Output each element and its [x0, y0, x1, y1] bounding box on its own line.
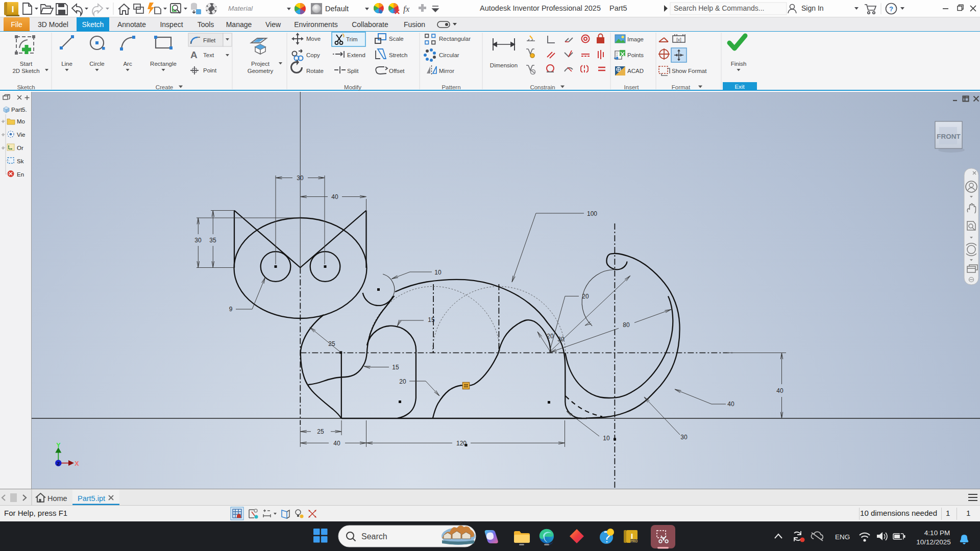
- svg-text:Z: Z: [57, 461, 60, 466]
- svg-text:fx: fx: [403, 4, 410, 14]
- svg-text:Points: Points: [627, 52, 644, 58]
- svg-text:?: ?: [889, 5, 893, 13]
- svg-text:Extend: Extend: [347, 52, 365, 58]
- svg-text:30: 30: [194, 237, 202, 244]
- svg-text:Geometry: Geometry: [248, 68, 274, 74]
- svg-text:Point: Point: [203, 67, 217, 73]
- svg-text:20: 20: [399, 378, 406, 385]
- svg-text:25: 25: [328, 340, 335, 347]
- svg-text:Material: Material: [228, 5, 253, 12]
- svg-text:15: 15: [428, 316, 435, 323]
- svg-text:Circle: Circle: [89, 61, 104, 67]
- svg-text:Project: Project: [251, 61, 270, 67]
- svg-text:Constrain: Constrain: [530, 84, 555, 90]
- svg-text:10: 10: [603, 435, 610, 442]
- svg-text:Sketch: Sketch: [17, 84, 35, 90]
- svg-text:40: 40: [333, 440, 340, 447]
- svg-text:Search Help & Commands...: Search Help & Commands...: [674, 4, 764, 12]
- svg-text:Dimension: Dimension: [490, 62, 518, 68]
- svg-text:20: 20: [582, 293, 589, 300]
- svg-text:120: 120: [456, 440, 467, 447]
- svg-text:40: 40: [776, 387, 783, 394]
- svg-text:Default: Default: [325, 5, 349, 13]
- svg-text:Exit: Exit: [734, 84, 745, 90]
- svg-text:En: En: [17, 171, 24, 178]
- svg-text:Part5.: Part5.: [11, 107, 27, 113]
- svg-text:Arc: Arc: [123, 61, 132, 67]
- svg-text:10/12/2025: 10/12/2025: [916, 538, 951, 546]
- svg-text:[x]: [x]: [676, 37, 681, 42]
- svg-text:Scale: Scale: [389, 36, 404, 42]
- svg-text:Create: Create: [156, 84, 174, 90]
- svg-text:ENG: ENG: [835, 533, 850, 541]
- svg-text:Modify: Modify: [344, 84, 361, 90]
- svg-text:Split: Split: [347, 68, 359, 74]
- svg-text:Offset: Offset: [389, 68, 405, 74]
- svg-text:Start: Start: [20, 61, 33, 67]
- svg-text:Fillet: Fillet: [203, 37, 216, 43]
- svg-text:Mirror: Mirror: [439, 68, 454, 74]
- svg-text:35: 35: [209, 237, 216, 244]
- svg-text:Pattern: Pattern: [442, 84, 460, 90]
- svg-text:Finish: Finish: [731, 61, 747, 67]
- svg-text:Copy: Copy: [306, 52, 320, 58]
- svg-text:Circular: Circular: [439, 52, 459, 58]
- svg-text:Y: Y: [56, 442, 61, 449]
- svg-text:X: X: [75, 460, 79, 467]
- svg-text:Autodesk Inventor Professional: Autodesk Inventor Professional 2025: [480, 4, 601, 12]
- svg-text:FRONT: FRONT: [937, 133, 961, 140]
- svg-text:Insert: Insert: [624, 84, 640, 90]
- svg-text:Trim: Trim: [346, 36, 358, 42]
- svg-text:A: A: [190, 49, 198, 60]
- svg-text:20: 20: [547, 333, 554, 340]
- svg-text:40: 40: [331, 193, 338, 201]
- svg-text:80: 80: [623, 321, 630, 329]
- svg-text:Line: Line: [61, 61, 72, 67]
- svg-text:Text: Text: [203, 52, 214, 58]
- svg-text:15: 15: [392, 364, 399, 371]
- svg-text:40: 40: [727, 400, 734, 408]
- svg-text:Stretch: Stretch: [389, 52, 407, 58]
- svg-text:Show Format: Show Format: [672, 68, 707, 74]
- svg-text:Sk: Sk: [17, 158, 24, 164]
- svg-text:2D Sketch: 2D Sketch: [12, 68, 39, 74]
- svg-text:Part5: Part5: [609, 4, 627, 12]
- svg-text:I: I: [12, 5, 14, 14]
- svg-text:30: 30: [557, 336, 565, 343]
- svg-text:Sign In: Sign In: [801, 4, 824, 12]
- svg-text:10: 10: [434, 269, 442, 276]
- svg-text:100: 100: [587, 210, 597, 217]
- svg-text:Rectangular: Rectangular: [439, 36, 471, 42]
- svg-text:Format: Format: [672, 84, 691, 90]
- svg-text:PRO: PRO: [630, 539, 638, 543]
- svg-text:30: 30: [297, 174, 304, 182]
- svg-text:Image: Image: [627, 36, 644, 42]
- svg-text:Rectangle: Rectangle: [150, 61, 177, 67]
- svg-text:9: 9: [229, 306, 233, 313]
- svg-text:Search: Search: [361, 532, 387, 541]
- svg-text:Vie: Vie: [17, 132, 25, 138]
- svg-text:Or: Or: [17, 145, 23, 151]
- svg-text:30: 30: [680, 434, 688, 441]
- svg-text:25: 25: [317, 428, 324, 435]
- svg-text:Home: Home: [47, 494, 67, 503]
- svg-text:Mo: Mo: [17, 118, 25, 124]
- svg-text:Rotate: Rotate: [306, 68, 324, 74]
- svg-text:4:10 PM: 4:10 PM: [924, 529, 950, 537]
- svg-text:Part5.ipt: Part5.ipt: [78, 494, 105, 503]
- svg-text:Move: Move: [306, 36, 321, 42]
- svg-text:ACAD: ACAD: [627, 68, 644, 74]
